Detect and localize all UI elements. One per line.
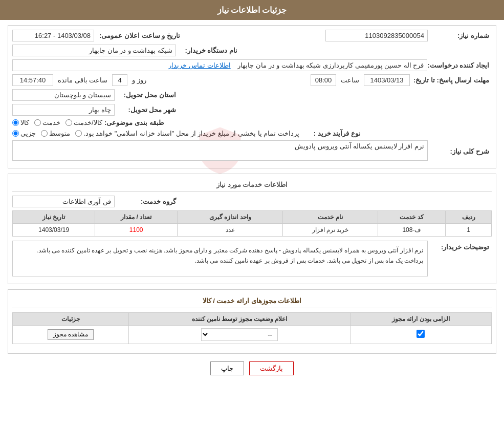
buyer-notes-label: توضیحات خریدار: <box>428 243 489 251</box>
cell-date: 1403/03/19 <box>13 224 95 237</box>
services-section: اطلاعات خدمات مورد نیاز گروه خدمت: فن آو… <box>8 174 496 284</box>
category-label: طبقه بندی موضوعی: <box>102 119 164 126</box>
category-radio-group: کالا/خدمت خدمت کالا <box>12 119 102 126</box>
buyer-notes-value: نرم افزار آنتی ویروس به همراه لایسنس یکس… <box>12 241 428 276</box>
cell-name: خرید نرم افزار <box>283 224 378 237</box>
deadline-time-label: ساعت <box>341 76 359 84</box>
service-table-row: 1 ف-108 خرید نرم افزار عدد 1100 1403/03/… <box>13 224 492 237</box>
col-header-row: ردیف <box>446 211 492 224</box>
buyer-notes-row: توضیحات خریدار: نرم افزار آنتی ویروس به … <box>12 241 492 276</box>
permit-details-cell: مشاهده مجوز <box>13 326 129 344</box>
page-title: جزئیات اطلاعات نیاز <box>217 6 287 14</box>
page-wrapper: جزئیات اطلاعات نیاز شماره نیاز: 11030928… <box>0 0 504 448</box>
requester-value: فرح اله حسین پورمقیمی کاربردارزی شبکه به… <box>12 59 427 71</box>
permit-col-status: اعلام وضعیت مجوز توسط نامین کننده <box>129 313 350 326</box>
requester-label: ایجاد کننده درخواست: <box>427 61 489 69</box>
service-group-value: فن آوری اطلاعات <box>12 196 115 207</box>
province-value: سیستان و بلوچستان <box>12 89 115 101</box>
deadline-row: مهلت ارسال پاسخ: تا تاریخ: 1403/03/13 سا… <box>12 74 492 86</box>
back-button[interactable]: بازگشت <box>249 361 294 375</box>
announce-label: تاریخ و ساعت اعلان عمومی: <box>99 32 180 39</box>
deadline-date: 1403/03/13 <box>364 74 410 86</box>
purchase-type-label: نوع فرآیند خرید : <box>299 130 361 137</box>
purchase-type-esnad[interactable]: پرداخت تمام یا بخشی از مبلغ خریداز از مح… <box>75 130 299 137</box>
col-header-quantity: تعداد / مقدار <box>95 211 178 224</box>
permit-row: -- مشاهده مجوز <box>13 326 492 344</box>
need-description-label: شرح کلی نیاز: <box>428 147 489 155</box>
need-number-row: شماره نیاز: 1103092835000054 تاریخ و ساع… <box>12 30 492 41</box>
category-row: طبقه بندی موضوعی: کالا/خدمت خدمت کالا <box>12 119 492 126</box>
permit-divider: اطلاعات مجوزهای ارائه خدمت / کالا <box>12 294 492 308</box>
page-header: جزئیات اطلاعات نیاز <box>0 0 504 20</box>
view-permit-button[interactable]: مشاهده مجوز <box>48 329 94 340</box>
service-table: ردیف کد خدمت نام خدمت واحد اندازه گیری ت… <box>12 210 492 237</box>
province-row: استان محل تحویل: سیستان و بلوچستان <box>12 89 492 101</box>
need-number-label: شماره نیاز: <box>428 32 489 39</box>
need-description-value: نرم افزار لایسنس یکساله آنتی ویروس پادوی… <box>12 140 428 161</box>
deadline-label: مهلت ارسال پاسخ: تا تاریخ: <box>412 76 489 84</box>
city-value: چاه بهار <box>12 104 115 116</box>
deadline-days: 4 <box>112 74 127 86</box>
category-option-kala-khedmat[interactable]: کالا/خدمت <box>65 119 102 126</box>
service-group-row: گروه خدمت: فن آوری اطلاعات <box>12 196 492 207</box>
permit-col-required: الزامی بودن ارائه مجوز <box>350 313 491 326</box>
purchase-type-radio-group: پرداخت تمام یا بخشی از مبلغ خریداز از مح… <box>12 130 299 137</box>
deadline-time: 08:00 <box>311 74 336 86</box>
main-info-section: شماره نیاز: 1103092835000054 تاریخ و ساع… <box>8 25 496 168</box>
need-description-container: نرم افزار لایسنس یکساله آنتی ویروس پادوی… <box>12 140 428 161</box>
category-option-khedmat[interactable]: خدمت <box>34 119 60 126</box>
city-label: شهر محل تحویل: <box>115 106 176 114</box>
col-header-date: تاریخ نیاز <box>13 211 95 224</box>
content-area: شماره نیاز: 1103092835000054 تاریخ و ساع… <box>0 20 504 388</box>
contact-info-link[interactable]: اطلاعات تماس خریدار <box>168 61 230 69</box>
city-row: شهر محل تحویل: چاه بهار <box>12 104 492 116</box>
requester-row: ایجاد کننده درخواست: فرح اله حسین پورمقی… <box>12 59 492 71</box>
announce-value: 1403/03/08 - 16:27 <box>12 30 94 41</box>
need-number-value: 1103092835000054 <box>325 30 428 41</box>
cell-code: ف-108 <box>378 224 445 237</box>
cell-row: 1 <box>446 224 492 237</box>
buyer-station-label: نام دستگاه خریدار: <box>176 47 237 54</box>
permit-required-checkbox[interactable] <box>417 330 425 338</box>
cell-unit: عدد <box>178 224 283 237</box>
col-header-name: نام خدمت <box>283 211 378 224</box>
deadline-remaining: 14:57:40 <box>12 74 53 86</box>
col-header-unit: واحد اندازه گیری <box>178 211 283 224</box>
action-buttons: بازگشت چاپ <box>8 361 496 375</box>
deadline-remaining-label: ساعت باقی مانده <box>58 76 107 84</box>
print-button[interactable]: چاپ <box>210 361 244 375</box>
permit-status-select[interactable]: -- <box>201 328 278 341</box>
permit-required-cell <box>350 326 491 344</box>
purchase-type-row: نوع فرآیند خرید : پرداخت تمام یا بخشی از… <box>12 130 492 137</box>
category-option-kala[interactable]: کالا <box>12 119 29 126</box>
need-description-row: شرح کلی نیاز: نرم افزار لایسنس یکساله آن… <box>12 140 492 161</box>
service-group-label: گروه خدمت: <box>115 198 176 205</box>
service-info-header: اطلاعات خدمات مورد نیاز <box>12 178 492 191</box>
province-label: استان محل تحویل: <box>115 91 176 99</box>
col-header-code: کد خدمت <box>378 211 445 224</box>
permit-status-cell: -- <box>129 326 350 344</box>
purchase-type-jozi[interactable]: جزیی <box>12 130 36 137</box>
permit-col-details: جزئیات <box>13 313 129 326</box>
cell-quantity: 1100 <box>95 224 178 237</box>
permit-table: الزامی بودن ارائه مجوز اعلام وضعیت مجوز … <box>12 312 492 344</box>
buyer-station-row: نام دستگاه خریدار: شبکه بهداشت و در مان … <box>12 45 492 56</box>
buyer-station-value: شبکه بهداشت و در مان چابهار <box>12 45 176 56</box>
purchase-type-motavasset[interactable]: متوسط <box>41 130 70 137</box>
permit-section: اطلاعات مجوزهای ارائه خدمت / کالا الزامی… <box>8 289 496 354</box>
deadline-days-label: روز و <box>132 76 146 84</box>
